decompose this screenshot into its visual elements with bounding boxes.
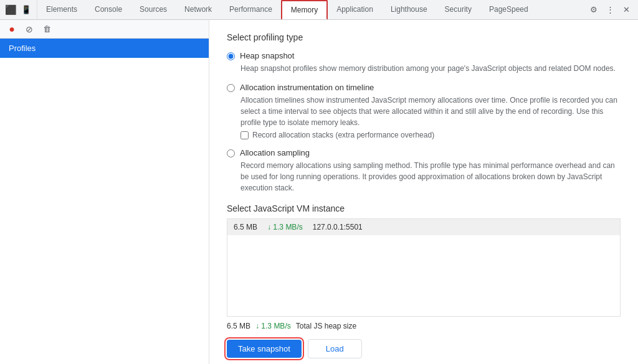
rate-arrow: ↓ — [267, 223, 271, 231]
load-button[interactable]: Load — [308, 339, 362, 358]
instance-size: 6.5 MB — [234, 223, 257, 231]
instance-body — [227, 235, 620, 316]
heap-snapshot-radio[interactable] — [227, 52, 235, 60]
devtools-inspect-icon[interactable]: ⬛ — [4, 3, 17, 17]
select-profiling-title: Select profiling type — [227, 32, 621, 42]
footer-rate: ↓ 1.3 MB/s — [255, 322, 291, 330]
allocation-sampling-option: Allocation sampling Record memory alloca… — [227, 148, 621, 194]
tab-application[interactable]: Application — [328, 0, 382, 19]
allocation-sampling-label[interactable]: Allocation sampling — [240, 148, 310, 157]
tab-lighthouse[interactable]: Lighthouse — [382, 0, 436, 19]
settings-gear-icon[interactable]: ⚙ — [587, 3, 601, 17]
allocation-timeline-radio[interactable] — [227, 84, 235, 92]
heap-snapshot-desc: Heap snapshot profiles show memory distr… — [240, 63, 621, 74]
footer-rate-value: 1.3 MB/s — [261, 322, 290, 330]
allocation-timeline-option: Allocation instrumentation on timeline A… — [227, 83, 621, 139]
footer-stats: 6.5 MB ↓ 1.3 MB/s Total JS heap size — [227, 317, 621, 337]
sidebar-profiles[interactable]: Profiles — [0, 39, 209, 58]
tab-elements[interactable]: Elements — [37, 0, 86, 19]
instance-row[interactable]: 6.5 MB ↓ 1.3 MB/s 127.0.0.1:5501 — [227, 219, 620, 235]
instance-rate: ↓ 1.3 MB/s — [267, 223, 303, 231]
tab-sources[interactable]: Sources — [131, 0, 176, 19]
js-instance-title: Select JavaScript VM instance — [227, 203, 621, 213]
tab-pagespeed[interactable]: PageSpeed — [480, 0, 537, 19]
record-stacks-label[interactable]: Record allocation stacks (extra performa… — [252, 131, 434, 139]
footer-arrow: ↓ — [255, 322, 259, 330]
tab-performance[interactable]: Performance — [221, 0, 281, 19]
record-stacks-checkbox[interactable] — [240, 131, 249, 139]
record-stacks-row: Record allocation stacks (extra performa… — [240, 131, 621, 139]
allocation-sampling-desc: Record memory allocations using sampling… — [240, 160, 621, 194]
instance-table: 6.5 MB ↓ 1.3 MB/s 127.0.0.1:5501 — [227, 218, 621, 317]
tab-network[interactable]: Network — [176, 0, 221, 19]
delete-button[interactable]: 🗑 — [40, 22, 54, 36]
devtools-device-icon[interactable]: 📱 — [19, 3, 33, 17]
footer-size: 6.5 MB — [227, 322, 250, 330]
footer-label: Total JS heap size — [296, 322, 356, 330]
stop-button[interactable]: ⊘ — [22, 22, 36, 36]
tab-memory[interactable]: Memory — [281, 0, 328, 19]
heap-snapshot-label[interactable]: Heap snapshot — [240, 51, 294, 60]
instance-url: 127.0.0.1:5501 — [313, 223, 363, 231]
record-button[interactable]: ● — [5, 22, 19, 36]
take-snapshot-button[interactable]: Take snapshot — [227, 340, 302, 358]
allocation-timeline-desc: Allocation timelines show instrumented J… — [240, 95, 621, 128]
allocation-timeline-label[interactable]: Allocation instrumentation on timeline — [240, 83, 374, 92]
tab-console[interactable]: Console — [86, 0, 131, 19]
heap-snapshot-option: Heap snapshot Heap snapshot profiles sho… — [227, 51, 621, 74]
content-area: Select profiling type Heap snapshot Heap… — [209, 20, 638, 364]
more-options-icon[interactable]: ⋮ — [603, 3, 617, 17]
allocation-sampling-radio[interactable] — [227, 149, 235, 157]
rate-value: 1.3 MB/s — [273, 223, 302, 231]
close-devtools-icon[interactable]: ✕ — [619, 3, 633, 17]
tab-security[interactable]: Security — [436, 0, 480, 19]
footer-buttons: Take snapshot Load — [227, 337, 621, 358]
